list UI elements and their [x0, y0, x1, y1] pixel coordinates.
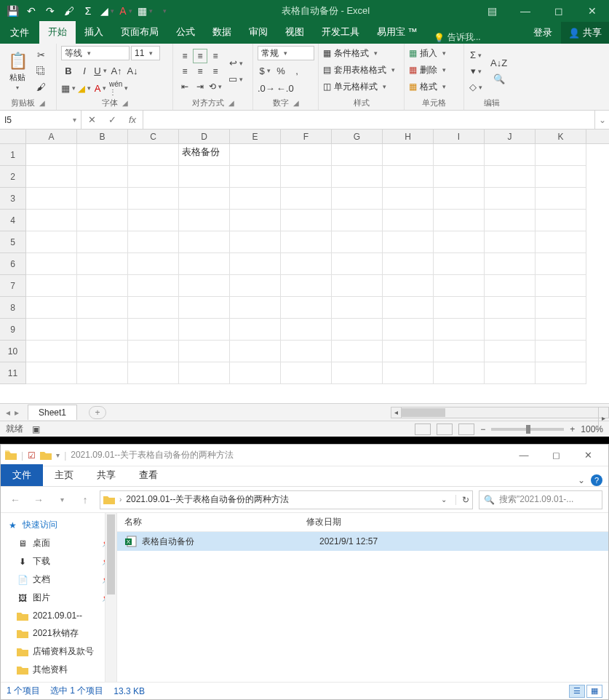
chevron-right-icon[interactable]: › [119, 496, 122, 504]
cell[interactable] [128, 144, 179, 166]
sheet-nav-prev-icon[interactable]: ◂ [6, 407, 10, 418]
horizontal-scrollbar[interactable]: ◂ ▸ [391, 407, 609, 418]
sigma-icon[interactable]: Σ [81, 4, 95, 17]
cell[interactable] [77, 275, 128, 297]
cell[interactable] [77, 297, 128, 319]
tab-file[interactable]: 文件 [0, 22, 39, 44]
nav-item[interactable]: 2021秋销存 [1, 624, 116, 643]
select-all-corner[interactable] [0, 130, 26, 143]
cell[interactable] [485, 210, 536, 231]
name-box[interactable]: I5▾ [0, 111, 81, 129]
row-header[interactable]: 4 [0, 210, 26, 231]
cell[interactable] [281, 144, 332, 166]
cells-insert-button[interactable]: ▦插入 [409, 46, 446, 60]
comma-button[interactable]: , [290, 63, 304, 78]
cell[interactable] [128, 166, 179, 188]
cell[interactable] [434, 188, 485, 210]
quick-access-header[interactable]: ★ 快速访问 [1, 516, 116, 534]
scroll-left-icon[interactable]: ◂ [391, 407, 402, 418]
explorer-tab-home[interactable]: 主页 [43, 464, 85, 486]
cell[interactable] [536, 319, 586, 341]
cell[interactable] [332, 297, 383, 319]
col-header[interactable]: C [128, 130, 179, 143]
align-bottom[interactable]: ≡ [208, 49, 223, 63]
brush-icon[interactable]: 🖌 [63, 4, 76, 17]
cells-delete-button[interactable]: ▦删除 [409, 63, 446, 77]
find-button[interactable]: 🔍 [490, 72, 507, 87]
tab-review[interactable]: 审阅 [240, 21, 276, 44]
row-header[interactable]: 5 [0, 231, 26, 253]
format-painter-button[interactable]: 🖌 [33, 80, 48, 95]
cell[interactable] [128, 231, 179, 253]
cell[interactable] [434, 253, 485, 275]
dec-decimal-button[interactable]: ←.0 [276, 81, 294, 95]
cell[interactable] [485, 362, 536, 384]
cell[interactable] [179, 362, 230, 384]
view-thumbs-icon[interactable]: ▦ [586, 685, 602, 698]
cell[interactable] [281, 188, 332, 210]
cell[interactable] [26, 188, 77, 210]
nav-item[interactable]: 2021.09.01-- [1, 607, 116, 624]
cell[interactable] [332, 319, 383, 341]
cell[interactable] [281, 297, 332, 319]
indent-inc[interactable]: ⇥ [193, 79, 207, 94]
tab-home[interactable]: 开始 [39, 21, 76, 44]
row-header[interactable]: 9 [0, 319, 26, 341]
font-name-combo[interactable]: 等线 [61, 46, 130, 60]
cell[interactable] [128, 188, 179, 210]
row-header[interactable]: 6 [0, 253, 26, 275]
autosum-button[interactable]: Σ [469, 48, 483, 63]
explorer-maximize-button[interactable]: ◻ [540, 445, 572, 466]
cell[interactable] [332, 362, 383, 384]
qat-dropdown-icon[interactable]: ▾ [56, 451, 60, 459]
row-header[interactable]: 8 [0, 297, 26, 319]
close-button[interactable]: ✕ [576, 0, 609, 22]
col-name[interactable]: 名称 [124, 516, 306, 528]
cell[interactable] [536, 231, 586, 253]
cell[interactable] [281, 275, 332, 297]
cell[interactable] [281, 166, 332, 188]
italic-button[interactable]: I [77, 63, 92, 78]
check-icon[interactable]: ☑ [28, 450, 36, 461]
cell[interactable] [485, 166, 536, 188]
cells-format-button[interactable]: ▦格式 [409, 79, 446, 94]
cell[interactable] [179, 210, 230, 231]
tab-view[interactable]: 视图 [276, 21, 313, 44]
cell[interactable] [26, 362, 77, 384]
share-button[interactable]: 👤共享 [561, 22, 609, 44]
cell[interactable] [485, 341, 536, 362]
tab-data[interactable]: 数据 [204, 21, 240, 44]
cell[interactable] [383, 319, 434, 341]
bold-button[interactable]: B [61, 63, 76, 78]
cell[interactable] [281, 210, 332, 231]
col-date[interactable]: 修改日期 [306, 516, 423, 528]
nav-item[interactable]: 其他资料 [1, 661, 116, 679]
cell[interactable] [230, 144, 281, 166]
col-header[interactable]: J [485, 130, 536, 143]
redo-icon[interactable]: ↷ [44, 4, 57, 17]
cell[interactable] [332, 144, 383, 166]
cell[interactable] [77, 210, 128, 231]
cell[interactable] [77, 253, 128, 275]
zoom-out-button[interactable]: − [480, 424, 485, 434]
cell[interactable] [281, 319, 332, 341]
align-left[interactable]: ≡ [178, 64, 192, 79]
cell[interactable] [179, 253, 230, 275]
currency-button[interactable]: $ [258, 63, 272, 78]
orientation-button[interactable]: ⟲ [208, 79, 223, 94]
cell[interactable] [26, 275, 77, 297]
nav-scrollbar[interactable] [105, 513, 116, 682]
cell[interactable] [77, 319, 128, 341]
explorer-tab-view[interactable]: 查看 [127, 464, 170, 486]
merge-button[interactable]: ▭ [228, 72, 243, 87]
number-dialog-icon[interactable]: ◢ [293, 99, 299, 107]
cell[interactable] [536, 275, 586, 297]
cell[interactable] [434, 231, 485, 253]
cell[interactable] [230, 275, 281, 297]
cell[interactable] [332, 341, 383, 362]
cell[interactable] [332, 188, 383, 210]
cell[interactable] [179, 341, 230, 362]
cancel-formula-button[interactable]: ✕ [81, 114, 102, 125]
cell[interactable] [26, 166, 77, 188]
nav-item[interactable]: ⬇下载📌 [1, 552, 116, 570]
